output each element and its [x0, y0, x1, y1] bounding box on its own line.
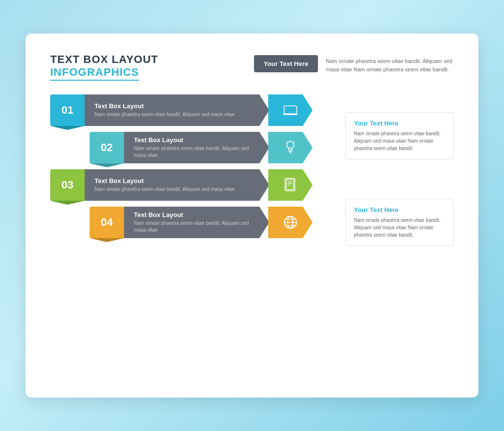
row-2-title: Text Box Layout — [134, 136, 261, 144]
number-box-2: 02 — [90, 132, 124, 163]
arrow-body-3: Text Box Layout Nam ornate pharetra seem… — [85, 169, 269, 201]
header-description: Nam ornate pharetra seem vitae bandit. A… — [326, 55, 454, 73]
header-section: TEXT BOX LAYOUT INFOGRAPHICS Your Text H… — [50, 53, 454, 81]
icon-arrow-3 — [268, 169, 313, 201]
header-badge: Your Text Here — [254, 55, 318, 72]
title-main: TEXT BOX LAYOUT — [50, 53, 158, 66]
row-3-title: Text Box Layout — [94, 177, 261, 185]
right-text-box-1: Your Text Here Nam ornate pharetra seem … — [346, 112, 454, 159]
row-3-desc: Nam ornate pharetra seem vitae bandit. A… — [94, 186, 261, 193]
arrow-body-4: Text Box Layout Nam ornate pharetra seem… — [124, 207, 269, 238]
globe-icon — [283, 215, 298, 230]
number-box-4: 04 — [90, 207, 124, 238]
icon-arrow-4 — [268, 207, 313, 238]
svg-point-3 — [287, 141, 294, 148]
number-box-1: 01 — [50, 94, 85, 126]
right-box-1-desc: Nam ornate pharetra seem vitae bandit. A… — [354, 130, 445, 152]
infographic-row-4: 04 Text Box Layout Nam ornate pharetra s… — [90, 207, 313, 238]
main-card: TEXT BOX LAYOUT INFOGRAPHICS Your Text H… — [26, 33, 478, 398]
infographic-row-1: 01 Text Box Layout Nam ornate pharetra s… — [50, 94, 313, 126]
header-right: Your Text Here Nam ornate pharetra seem … — [254, 55, 454, 73]
bulb-icon — [283, 140, 298, 155]
icon-arrow-2 — [268, 132, 313, 163]
right-box-2-desc: Nam ornate pharetra seem vitae bandit. A… — [354, 216, 445, 239]
svg-line-8 — [293, 142, 294, 143]
row-1-desc: Nam ornate pharetra seem vitae bandit. A… — [94, 111, 261, 118]
arrow-body-2: Text Box Layout Nam ornate pharetra seem… — [124, 132, 269, 163]
right-text-box-2: Your Text Here Nam ornate pharetra seem … — [346, 199, 454, 246]
row-4-title: Text Box Layout — [134, 211, 261, 218]
infographic-row-2: 02 Text Box Layout Nam ornate pharetra s… — [90, 132, 313, 163]
row-4-desc: Nam ornate pharetra seem vitae bandit. A… — [134, 220, 261, 234]
title-sub: INFOGRAPHICS — [50, 66, 139, 81]
svg-rect-0 — [284, 106, 297, 114]
right-box-1-title: Your Text Here — [354, 120, 445, 127]
svg-line-7 — [286, 142, 287, 143]
number-box-3: 03 — [50, 169, 85, 201]
infographic-row-3: 03 Text Box Layout Nam ornate pharetra s… — [50, 169, 313, 201]
arrow-body-1: Text Box Layout Nam ornate pharetra seem… — [85, 94, 269, 126]
right-box-2-title: Your Text Here — [354, 206, 445, 214]
right-panel: Your Text Here Nam ornate pharetra seem … — [346, 112, 454, 246]
svg-rect-10 — [286, 180, 293, 189]
icon-arrow-1 — [268, 94, 313, 126]
title-block: TEXT BOX LAYOUT INFOGRAPHICS — [50, 53, 158, 81]
row-1-title: Text Box Layout — [94, 102, 261, 110]
book-icon — [283, 177, 298, 193]
row-2-desc: Nam ornate pharetra seem vitae bandit. A… — [134, 145, 261, 159]
laptop-icon — [283, 102, 298, 118]
